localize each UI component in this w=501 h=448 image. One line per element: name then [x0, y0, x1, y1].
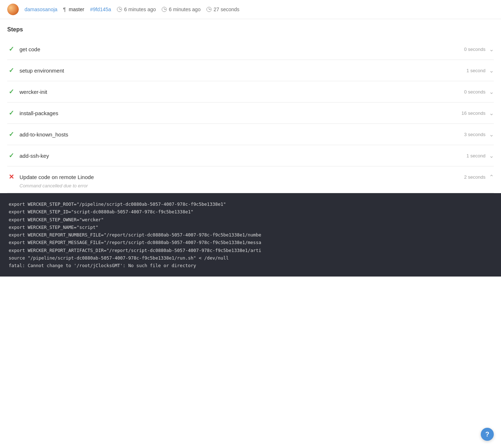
step-success-icon-4: ✓	[7, 109, 15, 117]
chevron-down-icon-2: ⌄	[489, 67, 494, 74]
step-row-known-hosts[interactable]: ✓ add-to-known_hosts 3 seconds ⌄	[7, 124, 494, 145]
branch-icon: ¶	[63, 6, 66, 12]
terminal-pre: export WERCKER_STEP_ROOT="/pipeline/scri…	[9, 200, 492, 269]
step-time-3: 0 seconds	[464, 89, 485, 95]
chevron-down-icon-1: ⌄	[489, 46, 494, 53]
chevron-down-icon-4: ⌄	[489, 110, 494, 117]
steps-section: Steps ✓ get code 0 seconds ⌄ ✓ setup env…	[0, 19, 501, 193]
avatar[interactable]	[7, 4, 19, 15]
commit-link[interactable]: #9fd145a	[90, 6, 111, 12]
step-name-4: install-packages	[19, 110, 462, 116]
step-name-3: wercker-init	[19, 89, 464, 95]
time-ago-2: 6 minutes ago	[162, 6, 201, 12]
step-row-setup-env[interactable]: ✓ setup environment 1 second ⌄	[7, 60, 494, 81]
step-row-update-linode[interactable]: ✕ Update code on remote Linode 2 seconds…	[7, 166, 494, 193]
clock-icon-2	[162, 7, 167, 12]
step-name-2: setup environment	[19, 68, 466, 74]
step-row-install-packages[interactable]: ✓ install-packages 16 seconds ⌄	[7, 103, 494, 124]
step-row-error-header: ✕ Update code on remote Linode 2 seconds…	[7, 173, 494, 181]
step-time-5: 3 seconds	[464, 132, 485, 137]
step-time-1: 0 seconds	[464, 47, 485, 52]
step-name-6: add-ssh-key	[19, 153, 466, 159]
step-time-2: 1 second	[466, 68, 485, 73]
header-bar: damasosanoja ¶ master #9fd145a 6 minutes…	[0, 0, 501, 19]
chevron-down-icon-6: ⌄	[489, 152, 494, 159]
branch-info: ¶ master	[63, 6, 84, 12]
step-success-icon-6: ✓	[7, 152, 15, 160]
step-row-get-code[interactable]: ✓ get code 0 seconds ⌄	[7, 39, 494, 60]
clock-icon-3	[206, 7, 212, 12]
step-name-7: Update code on remote Linode	[19, 174, 464, 180]
steps-title: Steps	[7, 26, 494, 33]
step-success-icon-5: ✓	[7, 130, 15, 138]
branch-name[interactable]: master	[69, 6, 84, 12]
chevron-down-icon-5: ⌄	[489, 131, 494, 138]
step-row-wercker-init[interactable]: ✓ wercker-init 0 seconds ⌄	[7, 81, 494, 103]
time-ago-1-label: 6 minutes ago	[124, 6, 156, 12]
step-time-6: 1 second	[466, 153, 485, 158]
step-name-5: add-to-known_hosts	[19, 131, 464, 138]
time-ago-2-label: 6 minutes ago	[169, 6, 201, 12]
terminal-output: export WERCKER_STEP_ROOT="/pipeline/scri…	[0, 193, 501, 277]
username-link[interactable]: damasosanoja	[25, 6, 57, 12]
duration-info: 27 seconds	[206, 6, 240, 12]
step-success-icon-3: ✓	[7, 88, 15, 96]
error-subtitle: Command cancelled due to error	[19, 183, 88, 188]
clock-icon-1	[117, 7, 122, 12]
step-time-4: 16 seconds	[462, 110, 486, 116]
step-error-icon-7: ✕	[7, 173, 15, 181]
step-name-1: get code	[19, 46, 464, 52]
step-time-7: 2 seconds	[464, 174, 485, 180]
duration-label: 27 seconds	[214, 6, 240, 12]
time-ago-1: 6 minutes ago	[117, 6, 156, 12]
chevron-down-icon-3: ⌄	[489, 88, 494, 95]
step-row-ssh-key[interactable]: ✓ add-ssh-key 1 second ⌄	[7, 145, 494, 166]
step-success-icon-1: ✓	[7, 45, 15, 53]
chevron-up-icon-7: ⌃	[489, 174, 494, 180]
step-success-icon-2: ✓	[7, 66, 15, 74]
